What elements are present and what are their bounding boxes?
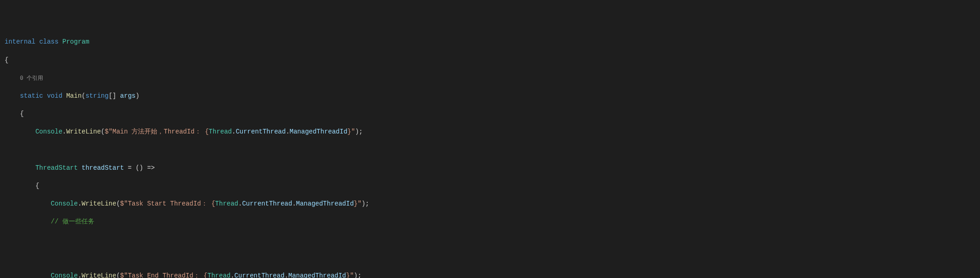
code-line: Console.WriteLine($"Task End ThreadId： {… [0,272,980,278]
class-thread: Thread [215,200,238,207]
code-line: { [0,56,980,65]
class-console: Console [51,272,78,278]
class-name: Program [62,38,89,45]
code-line [0,146,980,155]
method-writeline: WriteLine [82,272,116,278]
code-line: Console.WriteLine($"Task Start ThreadId：… [0,200,980,209]
code-line: ThreadStart threadStart = () => [0,164,980,173]
keyword-static: static [20,92,43,100]
lambda-arrow: () => [136,164,155,172]
class-console: Console [35,128,62,135]
class-thread: Thread [209,128,231,135]
code-line [0,235,980,245]
code-line [0,254,980,263]
param-args: args [120,92,136,100]
code-line: { [0,182,980,191]
method-main: Main [66,92,82,100]
method-writeline: WriteLine [66,128,101,135]
var-threadstart: threadStart [82,164,124,172]
codelens-line[interactable]: 0 个引用 [0,74,980,83]
keyword-internal: internal [5,38,35,45]
comment-task: // 做一些任务 [51,218,94,225]
keyword-string: string [85,92,108,100]
class-console: Console [51,200,78,207]
code-line: static void Main(string[] args) [0,92,980,101]
class-thread: Thread [208,272,231,278]
code-line: internal class Program [0,38,980,47]
keyword-void: void [47,92,62,100]
class-threadstart: ThreadStart [35,164,77,172]
keyword-class: class [39,38,59,45]
codelens-references[interactable]: 0 个引用 [20,75,43,82]
code-line: { [0,110,980,119]
method-writeline: WriteLine [82,200,116,207]
code-line: // 做一些任务 [0,217,980,227]
code-line: Console.WriteLine($"Main 方法开始，ThreadId： … [0,128,980,137]
